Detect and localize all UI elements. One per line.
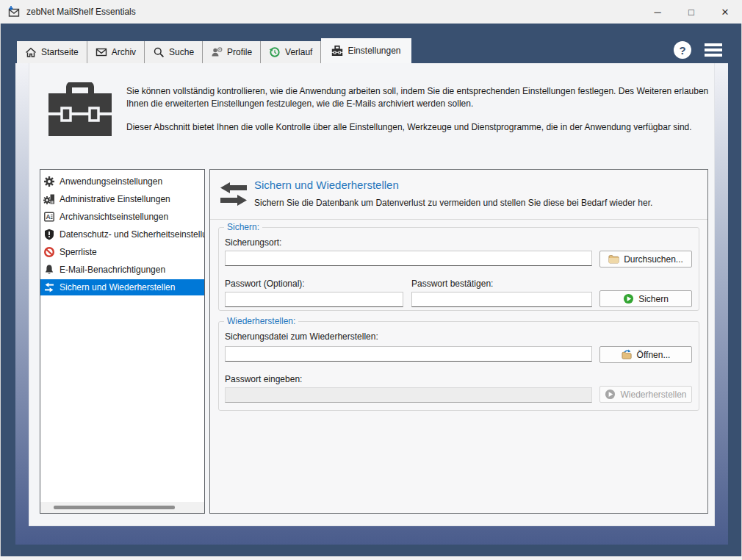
backup-location-input[interactable] (225, 251, 592, 266)
search-icon (153, 46, 165, 58)
settings-page: Sie können vollständig kontrollieren, wi… (29, 63, 715, 526)
tab-suche[interactable]: Suche (145, 41, 203, 63)
tab-label: Verlauf (285, 47, 312, 57)
sidebar-item-label: Sperrliste (60, 247, 97, 257)
tab-archiv[interactable]: Archiv (87, 41, 145, 63)
backup-button[interactable]: Sichern (599, 290, 692, 307)
play-circle-green-icon (623, 293, 634, 304)
tab-bar: Startseite Archiv Suche Profile (17, 38, 411, 63)
gear-icon (43, 176, 55, 187)
toolbox-large-icon (48, 82, 112, 137)
sidebar-item-administrative-einstellungen[interactable]: Administrative Einstellungen (40, 191, 204, 207)
backup-restore-large-icon (219, 182, 248, 207)
tab-profile[interactable]: Profile (203, 41, 261, 63)
folder-open-icon (622, 349, 633, 360)
backup-location-label: Sicherungsort: (225, 237, 281, 248)
envelope-icon (96, 46, 107, 58)
maximize-button[interactable]: □ (674, 0, 708, 24)
archive-view-icon: A (43, 211, 55, 223)
tabbar-actions: ? (674, 41, 722, 59)
browse-button-label: Durchsuchen... (624, 254, 683, 265)
open-button-label: Öffnen... (637, 350, 671, 360)
tab-label: Startseite (41, 47, 79, 57)
history-icon (269, 46, 281, 58)
sidebar-item-label: Sichern und Wiederherstellen (60, 282, 175, 292)
hamburger-menu-icon[interactable] (705, 43, 722, 57)
backup-password-input[interactable] (225, 292, 403, 307)
tab-label: Archiv (112, 47, 136, 57)
tab-label: Einstellungen (347, 46, 400, 56)
sidebar-item-anwendungseinstellungen[interactable]: Anwendungseinstellungen (40, 173, 204, 190)
sidebar-item-archivansichtseinstellungen[interactable]: A Archivansichtseinstellungen (40, 209, 204, 225)
intro-paragraph-1: Sie können vollständig kontrollieren, wi… (126, 85, 713, 110)
shield-exclamation-icon (43, 229, 55, 240)
folder-icon (608, 254, 619, 265)
tab-verlauf[interactable]: Verlauf (261, 41, 321, 63)
minimize-button[interactable]: ─ (641, 0, 674, 24)
backup-group-label: Sichern: (224, 222, 262, 232)
play-circle-gray-icon (605, 389, 616, 400)
bell-icon (43, 264, 55, 276)
tab-einstellungen[interactable]: Einstellungen (321, 38, 411, 63)
restore-button-label: Wiederherstellen (620, 390, 686, 400)
backup-confirm-input[interactable] (411, 292, 592, 307)
restore-password-input (225, 387, 592, 403)
home-icon (25, 46, 37, 58)
sidebar-item-sperrliste[interactable]: Sperrliste (40, 244, 204, 260)
toolbox-icon (331, 45, 343, 57)
settings-category-list: Anwendungseinstellungen Administrative E… (40, 169, 205, 514)
restore-password-label: Passwort eingeben: (225, 374, 302, 384)
profile-icon (211, 46, 223, 58)
restore-file-input[interactable] (225, 346, 592, 362)
restore-group-label: Wiederherstellen: (224, 316, 298, 326)
admin-gear-icon (43, 193, 55, 205)
sidebar-item-label: Archivansichtseinstellungen (60, 212, 168, 222)
tab-label: Suche (169, 47, 194, 57)
window-controls: ─ □ ✕ (641, 0, 742, 24)
settings-intro: Sie können vollständig kontrollieren, wi… (126, 85, 713, 134)
open-button[interactable]: Öffnen... (599, 346, 692, 363)
restore-group: Wiederherstellen: Sicherungsdatei zum Wi… (218, 321, 699, 411)
sidebar-item-label: Administrative Einstellungen (60, 194, 170, 204)
restore-button: Wiederherstellen (599, 386, 692, 403)
sidebar-item-label: Anwendungseinstellungen (60, 176, 162, 187)
sidebar-item-sichern-wiederherstellen[interactable]: Sichern und Wiederherstellen (40, 279, 204, 295)
sidebar-item-label: E-Mail-Benachrichtigungen (60, 265, 165, 275)
sidebar-item-email-benachrichtigungen[interactable]: E-Mail-Benachrichtigungen (40, 262, 204, 278)
backup-group: Sichern: Sicherungsort: Durchsuchen... P… (218, 227, 699, 311)
backup-confirm-label: Passwort bestätigen: (411, 279, 493, 289)
window-body: Startseite Archiv Suche Profile (0, 24, 742, 556)
tab-label: Profile (227, 47, 252, 57)
restore-file-label: Sicherungsdatei zum Wiederherstellen: (225, 331, 378, 342)
titlebar: zebNet MailShelf Essentials (0, 0, 742, 24)
window-title: zebNet MailShelf Essentials (26, 7, 136, 17)
tab-startseite[interactable]: Startseite (17, 41, 87, 63)
panel-title: Sichern und Wiederherstellen (254, 179, 399, 191)
browse-button[interactable]: Durchsuchen... (599, 251, 692, 268)
panel-header: Sichern und Wiederherstellen Sichern Sie… (210, 170, 707, 220)
close-button[interactable]: ✕ (708, 0, 742, 24)
horizontal-scrollbar[interactable] (40, 502, 204, 513)
block-icon (43, 246, 55, 258)
backup-restore-arrows-icon (43, 281, 55, 293)
help-button[interactable]: ? (674, 41, 691, 59)
backup-password-label: Passwort (Optional): (225, 279, 305, 289)
backup-button-label: Sichern (638, 294, 669, 304)
intro-paragraph-2: Dieser Abschnitt bietet Ihnen die volle … (126, 121, 713, 134)
sidebar-item-datenschutz-sicherheit[interactable]: Datenschutz- und Sicherheitseinstellunge… (40, 226, 204, 243)
panel-subtitle: Sichern Sie die Datenbank um Datenverlus… (254, 198, 652, 208)
backup-restore-panel: Sichern und Wiederherstellen Sichern Sie… (209, 169, 708, 514)
scrollbar-thumb[interactable] (54, 506, 175, 509)
app-logo-icon (7, 6, 21, 18)
svg-text:A: A (46, 213, 51, 220)
sidebar-item-label: Datenschutz- und Sicherheitseinstellunge… (60, 229, 204, 240)
